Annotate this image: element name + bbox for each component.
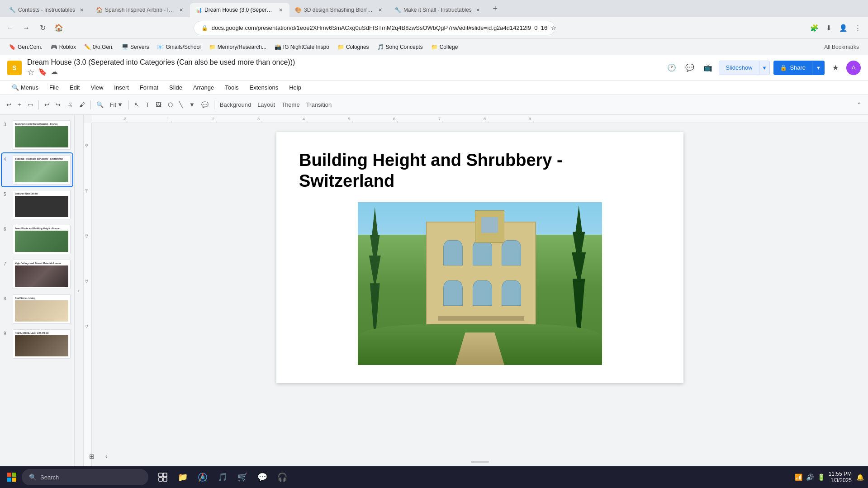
bookmark-college[interactable]: 📁 College xyxy=(427,42,462,52)
toolbar-undo-btn[interactable]: ↩ xyxy=(42,99,52,111)
share-dropdown-arrow[interactable]: ▼ xyxy=(812,61,825,75)
arrange-menu[interactable]: Arrange xyxy=(189,82,218,93)
tab-spanish[interactable]: 🏠 Spanish Inspired Airbnb - Instr... ✕ xyxy=(90,3,190,17)
home-button[interactable]: 🏠 xyxy=(52,22,65,34)
toolbar-slideshow-small[interactable]: ▭ xyxy=(25,99,36,111)
bookmark-servers[interactable]: 🖥️ Servers xyxy=(118,42,152,52)
tab-close-5[interactable]: ✕ xyxy=(474,6,482,14)
theme-btn[interactable]: Theme xyxy=(279,99,302,111)
taskbar-clock[interactable]: 11:55 PM 1/3/2025 xyxy=(829,471,852,483)
tab-dreamhouse[interactable]: 📊 Dream House (3.0 (Seperated i... ✕ xyxy=(190,3,289,17)
slide-canvas-wrapper[interactable]: Building Height and Shrubbery - Switzerl… xyxy=(92,123,868,466)
tab-close-3[interactable]: ✕ xyxy=(277,6,284,14)
tab-3d[interactable]: 🎨 3D design Smashing Blorr - Ti... ✕ xyxy=(289,3,389,17)
slide-thumb-3[interactable]: 3 Townhome with Walled Garden - France xyxy=(2,118,72,152)
file-menu[interactable]: File xyxy=(45,82,63,93)
battery-icon[interactable]: 🔋 xyxy=(817,474,825,481)
toolbar-cursor[interactable]: ↖ xyxy=(132,99,142,111)
taskbar-app-taskview[interactable] xyxy=(154,468,172,486)
toolbar-new-slide[interactable]: + xyxy=(15,99,24,111)
title-star-icon[interactable]: ☆ xyxy=(27,67,34,77)
slide-thumb-9[interactable]: 9 Real Lighting, Level with Pillow xyxy=(2,327,72,360)
back-button[interactable]: ← xyxy=(4,22,16,34)
toolbar-line[interactable]: ╲ xyxy=(176,99,185,111)
toolbar-zoom[interactable]: 🔍 xyxy=(94,99,106,111)
taskbar-app-chrome[interactable] xyxy=(194,468,212,486)
tab-contests[interactable]: 🔧 Contests - Instructables ✕ xyxy=(4,3,90,17)
reload-button[interactable]: ↻ xyxy=(36,22,49,34)
add-to-chrome-button[interactable]: ★ xyxy=(828,61,843,75)
help-menu[interactable]: Help xyxy=(285,82,306,93)
new-tab-button[interactable]: + xyxy=(489,2,502,15)
insert-menu[interactable]: Insert xyxy=(109,82,133,93)
all-bookmarks-button[interactable]: All Bookmarks xyxy=(821,42,863,52)
network-icon[interactable]: 📶 xyxy=(795,474,802,481)
slideshow-dropdown-arrow[interactable]: ▼ xyxy=(759,61,770,75)
layout-btn[interactable]: Layout xyxy=(255,99,278,111)
slide-thumb-4[interactable]: 4 Building Height and Shrubbery - Switze… xyxy=(2,153,72,186)
panel-toggle-bottom[interactable]: ‹ xyxy=(100,450,113,463)
transition-btn[interactable]: Transition xyxy=(304,99,335,111)
tools-menu[interactable]: Tools xyxy=(220,82,243,93)
bookmark-roblox[interactable]: 🎮 Roblox xyxy=(47,42,80,52)
slide-thumb-6[interactable]: 6 Front Plants and Building Height - Fra… xyxy=(2,223,72,256)
grid-view-button[interactable]: ⊞ xyxy=(85,450,98,463)
present-button[interactable]: 📺 xyxy=(701,61,715,75)
star-icon[interactable]: ☆ xyxy=(551,24,556,31)
extensions-menu[interactable]: Extensions xyxy=(245,82,283,93)
bookmark-colognes[interactable]: 📁 Colognes xyxy=(334,42,373,52)
volume-icon[interactable]: 🔊 xyxy=(806,474,814,481)
slide-thumb-8[interactable]: 8 Real Stone - Living xyxy=(2,293,72,326)
toolbar-fit-btn[interactable]: Fit ▼ xyxy=(107,99,126,111)
toolbar-print[interactable]: 🖨 xyxy=(64,99,76,111)
notification-button[interactable]: 🔔 xyxy=(855,473,864,482)
history-button[interactable]: 🕐 xyxy=(664,61,679,75)
address-input[interactable]: 🔒 docs.google.com/presentation/d/1eoe2XH… xyxy=(194,21,555,35)
edit-menu[interactable]: Edit xyxy=(65,82,84,93)
format-menu[interactable]: Format xyxy=(135,82,163,93)
profile-button[interactable]: 👤 xyxy=(837,22,850,34)
share-button[interactable]: 🔒 Share xyxy=(773,61,812,75)
tab-makeitsmall[interactable]: 🔧 Make it Small - Instructables ✕ xyxy=(389,3,487,17)
slideshow-button[interactable]: Slideshow xyxy=(719,61,759,75)
taskbar-app-store[interactable]: 🛒 xyxy=(233,468,251,486)
panel-toggle-button[interactable]: ‹ xyxy=(75,115,84,466)
bookmark-gmail[interactable]: 📧 Gmails/School xyxy=(153,42,204,52)
toolbar-more-shapes[interactable]: ▼ xyxy=(186,99,198,111)
bookmark-ig[interactable]: 📸 IG NightCafe Inspo xyxy=(271,42,333,52)
toolbar-comment[interactable]: 💬 xyxy=(199,99,211,111)
extensions-button[interactable]: 🧩 xyxy=(808,22,821,34)
toolbar-shapes[interactable]: ⬡ xyxy=(165,99,175,111)
toolbar-text[interactable]: T xyxy=(143,99,152,111)
bookmark-gencom[interactable]: 🔖 Gen.Com. xyxy=(5,42,46,52)
settings-button[interactable]: ⋮ xyxy=(852,22,864,34)
slide-thumb-5[interactable]: 5 Entrance New Exhibit xyxy=(2,188,72,221)
toolbar-collapse[interactable]: ⌃ xyxy=(854,99,864,111)
slide-thumb-7[interactable]: 7 High Ceilings and Stoned Materials Lea… xyxy=(2,258,72,291)
forward-button[interactable]: → xyxy=(20,22,33,34)
view-menu[interactable]: View xyxy=(86,82,108,93)
profile-avatar[interactable]: A xyxy=(846,61,861,75)
slide-menu[interactable]: Slide xyxy=(165,82,187,93)
title-bookmark-icon[interactable]: 🔖 xyxy=(38,67,47,77)
start-button[interactable] xyxy=(4,469,20,485)
bookmark-memory[interactable]: 📁 Memory/Research... xyxy=(205,42,270,52)
taskbar-search[interactable]: 🔍 Search xyxy=(22,469,148,485)
taskbar-app-spotify[interactable]: 🎧 xyxy=(273,468,291,486)
toolbar-undo[interactable]: ↩ xyxy=(4,99,14,111)
taskbar-app-discord[interactable]: 💬 xyxy=(253,468,271,486)
comments-button[interactable]: 💬 xyxy=(683,61,697,75)
bookmark-gen[interactable]: ✏️ 0/o.Gen. xyxy=(81,42,117,52)
download-button[interactable]: ⬇ xyxy=(823,22,835,34)
background-btn[interactable]: Background xyxy=(217,99,254,111)
toolbar-image[interactable]: 🖼 xyxy=(153,99,164,111)
tab-close-2[interactable]: ✕ xyxy=(177,6,185,14)
toolbar-paint-format[interactable]: 🖌 xyxy=(76,99,88,111)
taskbar-app-music[interactable]: 🎵 xyxy=(213,468,232,486)
toolbar-redo-btn[interactable]: ↪ xyxy=(53,99,63,111)
tab-close-1[interactable]: ✕ xyxy=(78,6,85,14)
taskbar-app-explorer[interactable]: 📁 xyxy=(174,468,192,486)
tab-close-4[interactable]: ✕ xyxy=(376,6,384,14)
bookmark-songconcepts[interactable]: 🎵 Song Concepts xyxy=(374,42,427,52)
menus-item[interactable]: 🔍 Menus xyxy=(7,82,43,93)
